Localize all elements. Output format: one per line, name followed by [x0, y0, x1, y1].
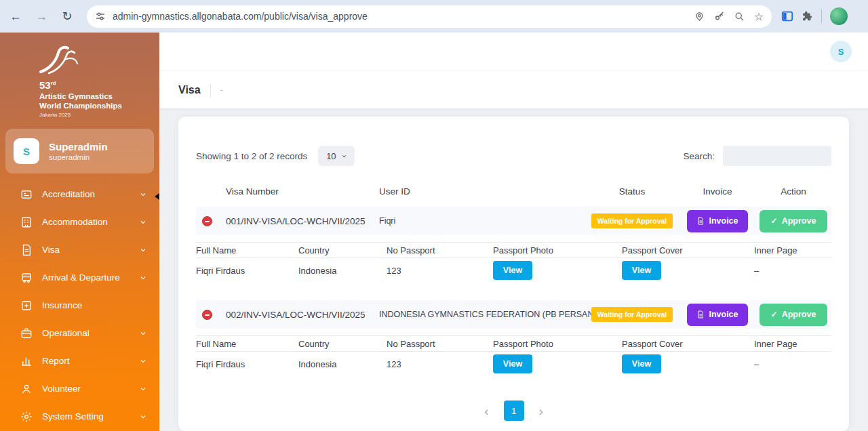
user-name: Superadmin — [49, 141, 108, 153]
no-passport-value: 123 — [387, 266, 493, 276]
sidebar-extension-icon[interactable] — [781, 10, 793, 22]
sidebar-item-report[interactable]: Report — [0, 347, 159, 375]
column-status: Status — [585, 186, 679, 197]
chevron-down-icon — [341, 153, 347, 159]
chevron-down-icon — [139, 190, 147, 199]
view-passport-cover-button[interactable]: View — [622, 354, 661, 373]
user-id-cell: INDONESIA GYMNASTICS FEDERATION (PB PERS… — [379, 310, 585, 319]
search-input[interactable] — [723, 146, 831, 166]
password-key-icon[interactable] — [714, 11, 725, 22]
sidebar-item-visa[interactable]: Visa — [0, 236, 159, 264]
content-area: Showing 1 to 2 of 2 records 10 Search: V… — [159, 108, 868, 431]
breadcrumb: - — [220, 85, 223, 95]
chevron-down-icon — [139, 329, 147, 337]
browser-profile-avatar[interactable] — [830, 7, 848, 25]
country-value: Indonesia — [298, 266, 387, 276]
detail-column-no-passport: No Passport — [387, 339, 493, 349]
sidebar-item-volunteer[interactable]: Volunteer — [0, 375, 159, 403]
invoice-file-icon — [696, 310, 705, 319]
view-passport-photo-button[interactable]: View — [493, 261, 532, 280]
pagination-page-1[interactable]: 1 — [504, 401, 524, 421]
user-profile-card[interactable]: S Superadmin superadmin — [5, 129, 154, 173]
column-visa-number: Visa Number — [226, 186, 379, 197]
top-header-bar: S — [159, 33, 868, 71]
collapse-row-button[interactable] — [202, 310, 212, 320]
column-action: Action — [755, 186, 831, 197]
bookmark-star-icon[interactable]: ☆ — [754, 10, 764, 23]
pagination-next-button[interactable]: › — [539, 405, 543, 417]
browser-back-button[interactable]: ← — [5, 6, 26, 26]
sidebar-item-label: System Setting — [42, 411, 139, 422]
sidebar-item-label: Insurance — [42, 300, 147, 310]
detail-column-passport-cover: Passport Cover — [622, 339, 754, 349]
table-header-row: Visa Number User ID Status Invoice Actio… — [196, 176, 831, 207]
no-passport-value: 123 — [387, 359, 493, 369]
inner-page-value: – — [754, 359, 831, 369]
sidebar-item-label: Volunteer — [42, 384, 139, 394]
bus-icon — [20, 272, 33, 284]
id-card-icon — [20, 188, 33, 201]
extensions-puzzle-icon[interactable] — [802, 11, 813, 22]
detail-column-passport-cover: Passport Cover — [622, 245, 754, 255]
detail-column-country: Country — [298, 245, 387, 255]
sidebar-collapse-marker[interactable] — [155, 193, 159, 200]
sidebar-item-operational[interactable]: Operational — [0, 319, 159, 347]
title-divider — [210, 83, 211, 97]
user-avatar: S — [14, 138, 39, 164]
page-title-bar: Visa - — [159, 71, 868, 108]
sidebar-item-system-setting[interactable]: System Setting — [0, 403, 159, 430]
detail-header-row: Full Name Country No Passport Passport P… — [196, 242, 831, 258]
sidebar-item-insurance[interactable]: Insurance — [0, 291, 159, 319]
browser-forward-button[interactable]: → — [31, 6, 52, 26]
detail-values-row: Fiqri Firdaus Indonesia 123 View View – — [196, 258, 831, 283]
logo-line2: World Championships — [39, 101, 159, 110]
location-pin-icon[interactable] — [694, 12, 705, 22]
visa-table-card: Showing 1 to 2 of 2 records 10 Search: V… — [178, 117, 849, 431]
detail-column-full-name: Full Name — [196, 339, 298, 349]
chevron-down-icon — [139, 274, 147, 282]
event-logo: 53rd Artistic Gymnastics World Champions… — [0, 33, 159, 118]
status-badge: Waiting for Approval — [591, 213, 673, 228]
logo-edition: 53rd — [39, 80, 159, 91]
approve-button[interactable]: ✓ Approve — [760, 210, 827, 232]
sidebar-item-accreditation[interactable]: Accreditation — [0, 180, 159, 208]
visa-number-cell: 001/INV-VISA/LOC-WCH/VII/2025 — [226, 216, 379, 226]
browser-refresh-button[interactable]: ↻ — [57, 6, 77, 26]
inner-page-value: – — [754, 266, 831, 276]
page-size-select[interactable]: 10 — [318, 146, 355, 166]
url-text[interactable]: admin-gymnastics.allgonabata.com/public/… — [113, 11, 689, 22]
zoom-icon[interactable] — [734, 12, 745, 22]
site-info-icon[interactable] — [95, 11, 106, 22]
detail-column-passport-photo: Passport Photo — [493, 339, 622, 349]
browser-toolbar: ← → ↻ admin-gymnastics.allgonabata.com/p… — [0, 0, 868, 33]
pagination: ‹ 1 › — [196, 401, 831, 421]
user-id-cell: Fiqri — [379, 216, 585, 226]
invoice-button[interactable]: Invoice — [687, 304, 748, 326]
address-bar[interactable]: admin-gymnastics.allgonabata.com/public/… — [87, 5, 772, 28]
approve-button[interactable]: ✓ Approve — [760, 304, 827, 326]
sidebar-item-label: Arrival & Departure — [42, 272, 139, 283]
sidebar-item-accommodation[interactable]: Accommodation — [0, 208, 159, 236]
insurance-card-icon — [20, 300, 33, 312]
sidebar: 53rd Artistic Gymnastics World Champions… — [0, 33, 159, 431]
country-value: Indonesia — [298, 359, 387, 369]
invoice-button[interactable]: Invoice — [687, 210, 748, 232]
document-icon — [20, 244, 33, 256]
gear-icon — [20, 411, 33, 423]
column-invoice: Invoice — [679, 186, 755, 197]
sidebar-item-label: Accreditation — [42, 189, 139, 199]
header-user-avatar[interactable]: S — [830, 41, 852, 62]
briefcase-icon — [20, 327, 33, 340]
records-summary: Showing 1 to 2 of 2 records — [196, 151, 307, 161]
table-row: 002/INV-VISA/LOC-WCH/VII/2025 INDONESIA … — [196, 300, 831, 329]
sidebar-item-arrival-departure[interactable]: Arrival & Departure — [0, 264, 159, 291]
detail-column-no-passport: No Passport — [387, 245, 493, 255]
chevron-down-icon — [139, 357, 147, 365]
pagination-prev-button[interactable]: ‹ — [484, 405, 488, 417]
detail-column-passport-photo: Passport Photo — [493, 245, 622, 255]
collapse-row-button[interactable] — [202, 216, 212, 226]
view-passport-cover-button[interactable]: View — [622, 261, 661, 280]
check-icon: ✓ — [771, 216, 778, 226]
view-passport-photo-button[interactable]: View — [493, 354, 532, 373]
chevron-down-icon — [139, 246, 147, 254]
